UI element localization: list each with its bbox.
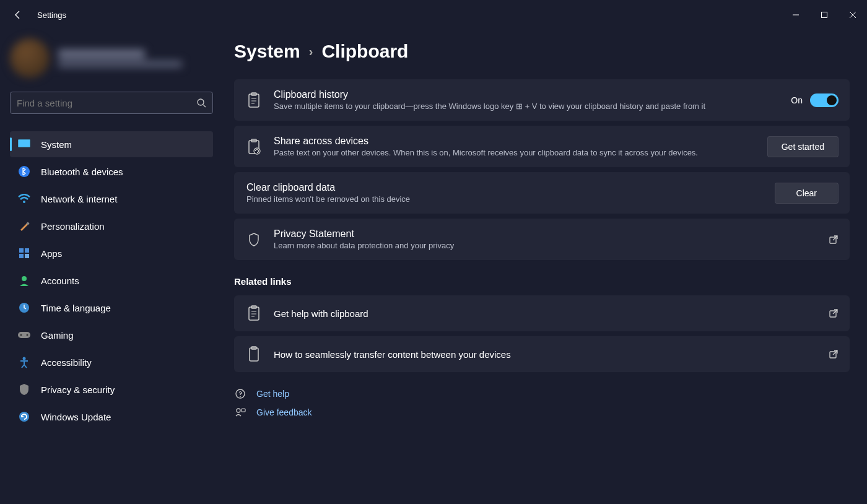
sidebar-item-label: Accounts [41,276,79,286]
sidebar-item-personalization[interactable]: Personalization [10,213,213,239]
svg-rect-41 [242,409,245,412]
nav-list: System Bluetooth & devices Network & int… [10,131,213,430]
external-link-icon [829,349,839,359]
help-icon [234,388,246,399]
clock-icon [17,301,31,315]
svg-rect-12 [25,254,29,258]
clipboard-sync-icon [245,139,263,155]
breadcrumb: System › Clipboard [234,41,850,62]
svg-point-2 [198,99,204,105]
sidebar-item-gaming[interactable]: Gaming [10,322,213,348]
feedback-icon [234,407,246,418]
clipboard-icon [245,305,263,321]
svg-rect-35 [250,348,258,361]
card-title: Clear clipboard data [246,182,764,193]
app-name: Settings [37,11,66,20]
clear-clipboard-card: Clear clipboard data Pinned items won't … [234,172,850,214]
minimize-button[interactable] [782,5,810,25]
breadcrumb-current: Clipboard [321,41,408,62]
sidebar-item-label: Time & language [41,303,111,313]
toggle-label: On [791,95,803,105]
svg-point-18 [23,357,26,360]
footlink-label: Give feedback [256,407,312,417]
clipboard-plain-icon [245,346,263,362]
sidebar-item-label: Apps [41,248,62,259]
shield-icon [17,383,31,396]
sidebar-item-label: Windows Update [41,412,111,422]
clipboard-history-toggle[interactable] [810,93,839,107]
privacy-statement-card[interactable]: Privacy Statement Learn more about data … [234,219,850,260]
chevron-right-icon: › [309,45,313,59]
give-feedback-link[interactable]: Give feedback [234,407,850,418]
svg-point-27 [254,148,260,154]
sidebar-item-apps[interactable]: Apps [10,240,213,266]
transfer-content-card[interactable]: How to seamlessly transfer content betwe… [234,336,850,372]
card-title: Get help with clipboard [274,308,817,319]
person-icon [17,274,31,287]
sidebar-item-bluetooth[interactable]: Bluetooth & devices [10,159,213,185]
card-desc: Save multiple items to your clipboard—pr… [274,102,707,111]
sidebar-item-time-language[interactable]: Time & language [10,295,213,321]
svg-rect-1 [822,12,827,18]
wifi-icon [17,192,31,206]
brush-icon [17,219,31,233]
sidebar-item-label: Bluetooth & devices [41,167,123,177]
card-title: Share across devices [274,136,756,147]
svg-rect-10 [25,248,29,253]
svg-point-6 [19,166,30,177]
sidebar-item-privacy[interactable]: Privacy & security [10,376,213,402]
sidebar-item-label: Gaming [41,330,74,341]
update-icon [17,410,31,424]
titlebar: Settings [0,0,867,30]
clipboard-history-card: Clipboard history Save multiple items to… [234,79,850,121]
accessibility-icon [17,355,31,369]
svg-rect-15 [18,332,30,338]
search-input[interactable] [10,92,213,114]
sidebar-item-label: Privacy & security [41,385,115,395]
sidebar-item-label: Network & internet [41,194,117,204]
sidebar-item-network[interactable]: Network & internet [10,186,213,212]
card-title: Privacy Statement [274,228,817,240]
profile-block[interactable] [10,38,213,78]
sidebar-item-windows-update[interactable]: Windows Update [10,404,213,430]
main-content: System › Clipboard Clipboard history Sav… [223,30,867,504]
breadcrumb-parent[interactable]: System [234,41,300,62]
gamepad-icon [17,328,31,342]
card-desc: Pinned items won't be removed on this de… [246,194,680,204]
svg-point-13 [22,276,27,281]
svg-rect-4 [18,139,30,147]
external-link-icon [829,308,839,318]
sidebar-item-system[interactable]: System [10,131,213,157]
clipboard-icon [245,92,263,108]
profile-name [58,50,145,58]
card-desc: Learn more about data protection and you… [274,241,707,250]
sidebar-item-label: Personalization [41,221,105,232]
card-title: Clipboard history [274,89,780,100]
svg-point-39 [240,396,241,398]
bluetooth-icon [17,165,31,178]
shield-outline-icon [245,232,263,247]
svg-point-7 [23,201,25,203]
external-link-icon [829,235,839,245]
back-button[interactable] [12,9,24,20]
card-desc: Paste text on your other devices. When t… [274,148,707,157]
maximize-button[interactable] [810,5,839,25]
sidebar-item-accessibility[interactable]: Accessibility [10,349,213,375]
card-title: How to seamlessly transfer content betwe… [274,349,817,360]
apps-icon [17,246,31,260]
profile-email [58,61,182,67]
search-icon [196,98,206,108]
svg-point-17 [27,334,28,336]
clear-button[interactable]: Clear [775,183,839,204]
display-icon [17,137,31,151]
sidebar-item-label: Accessibility [41,357,92,368]
sidebar-item-label: System [41,139,72,150]
search-field[interactable] [17,98,196,108]
get-help-clipboard-card[interactable]: Get help with clipboard [234,295,850,331]
svg-rect-9 [19,248,24,253]
get-help-link[interactable]: Get help [234,388,850,399]
svg-point-16 [20,334,22,336]
sidebar-item-accounts[interactable]: Accounts [10,267,213,293]
get-started-button[interactable]: Get started [767,136,839,157]
close-button[interactable] [839,5,867,25]
